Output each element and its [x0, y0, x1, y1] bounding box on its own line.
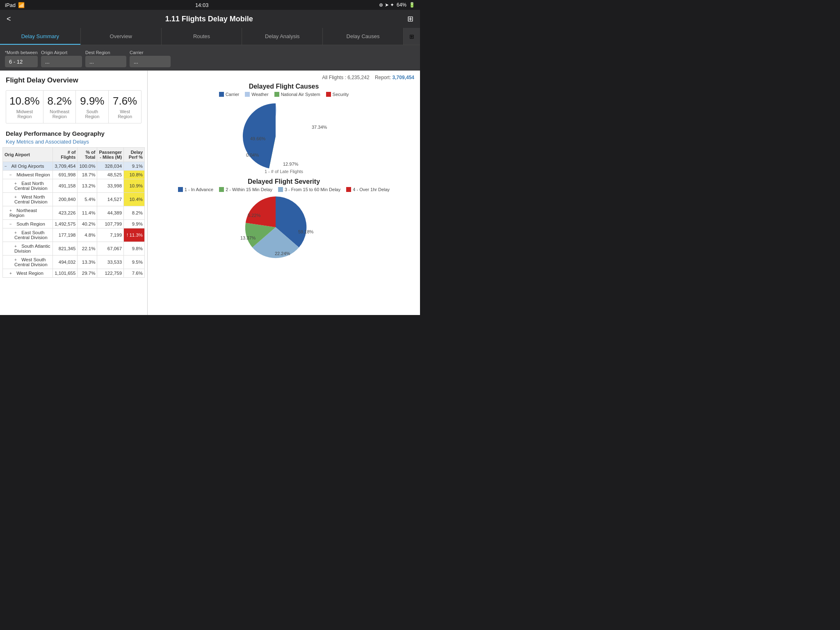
legend-in-advance-label: 1 - In Advance [185, 187, 213, 192]
grid-icon[interactable]: ⊞ [407, 14, 413, 23]
legend-60min: 3 - From 15 to 60 Min Delay [278, 187, 340, 192]
cell-pct: 13.2% [78, 179, 97, 193]
cell-pct: 5.4% [78, 193, 97, 206]
cell-flights: 1,492,575 [53, 220, 78, 228]
status-left: iPad 📶 [5, 2, 25, 8]
cell-miles: 33,533 [97, 256, 124, 269]
expand-icon[interactable]: + [14, 244, 20, 249]
cell-miles: 33,998 [97, 179, 124, 193]
filter-month-label: *Month between [5, 50, 38, 55]
legend-15min-dot [219, 187, 224, 192]
cell-flights: 1,101,655 [53, 269, 78, 278]
filter-dest: Dest Region ... [85, 50, 126, 67]
expand-icon[interactable]: − [9, 173, 15, 177]
report-value[interactable]: 3,709,454 [393, 75, 414, 80]
legend-15min-label: 2 - Within 15 Min Delay [226, 187, 272, 192]
filter-month-value[interactable]: 6 - 12 [5, 56, 38, 67]
legend-60min-dot [278, 187, 283, 192]
filter-origin-value[interactable]: ... [41, 56, 82, 67]
table-header-row: Orig Airport # of Flights % of Total Pas… [3, 148, 145, 162]
table-row[interactable]: − Midwest Region 691,998 18.7% 48,525 10… [3, 171, 145, 179]
table-row[interactable]: − South Region 1,492,575 40.2% 107,799 9… [3, 220, 145, 228]
table-row[interactable]: + East North Central Division 491,158 13… [3, 179, 145, 193]
legend-security-label: Security [333, 92, 349, 97]
status-time: 14:03 [195, 2, 209, 8]
tab-routes[interactable]: Routes [162, 28, 242, 45]
cell-airport: + Northeast Region [3, 206, 53, 220]
status-bar: iPad 📶 14:03 ⊕ ➤ ✦ 64% 🔋 [0, 0, 420, 10]
metric-west-label: West Region [112, 109, 138, 119]
table-row[interactable]: + East South Central Division 177,198 4.… [3, 228, 145, 242]
chart-causes-title: Delayed Flight Causes [153, 83, 414, 90]
cell-delay: 7.6% [124, 269, 145, 278]
legend-nas-dot [274, 92, 279, 97]
expand-icon[interactable]: + [14, 258, 20, 262]
cell-flights: 177,198 [53, 228, 78, 242]
filters-bar: *Month between 6 - 12 Origin Airport ...… [0, 45, 420, 71]
expand-icon[interactable]: + [9, 208, 15, 213]
left-panel: Flight Delay Overview 10.8% Midwest Regi… [0, 71, 148, 315]
expand-icon[interactable]: + [9, 271, 15, 276]
sev-label-over1hr: 5.22% [248, 213, 260, 218]
metric-west-value: 7.6% [112, 95, 138, 107]
filter-dest-label: Dest Region [85, 50, 126, 55]
cell-miles: 122,759 [97, 269, 124, 278]
expand-icon[interactable]: − [9, 222, 15, 226]
cell-miles: 14,527 [97, 193, 124, 206]
table-row[interactable]: + West Region 1,101,655 29.7% 122,759 7.… [3, 269, 145, 278]
cell-delay: ! 11.3% [124, 228, 145, 242]
chart-causes-legend: Carrier Weather National Air System Secu… [153, 92, 414, 97]
pie-label-carrier: 37.34% [312, 125, 327, 130]
data-table: Orig Airport # of Flights % of Total Pas… [2, 147, 145, 278]
metrics-row: 10.8% Midwest Region 8.2% Northeast Regi… [6, 90, 142, 123]
tab-delay-causes[interactable]: Delay Causes [323, 28, 404, 45]
cell-airport: + East North Central Division [3, 179, 53, 193]
legend-weather-dot [245, 92, 250, 97]
table-row[interactable]: + Northeast Region 423,226 11.4% 44,389 … [3, 206, 145, 220]
expand-icon[interactable]: + [14, 195, 20, 199]
filter-origin-label: Origin Airport [41, 50, 82, 55]
cell-miles: 48,525 [97, 171, 124, 179]
pie-label-weather: 49.66% [250, 136, 266, 141]
th-flights: # of Flights [53, 148, 78, 162]
tab-delay-summary[interactable]: Delay Summary [0, 28, 81, 45]
table-row[interactable]: + South Atlantic Division 821,345 22.1% … [3, 242, 145, 256]
cell-pct: 40.2% [78, 220, 97, 228]
expand-icon[interactable]: − [5, 164, 10, 169]
th-delay: Delay Perf % [124, 148, 145, 162]
metric-northeast: 8.2% Northeast Region [43, 91, 76, 123]
tab-grid-end[interactable]: ⊞ [404, 28, 420, 45]
table-row[interactable]: + West North Central Division 200,840 5.… [3, 193, 145, 206]
legend-carrier-label: Carrier [226, 92, 240, 97]
legend-security: Security [326, 92, 349, 97]
legend-weather: Weather [245, 92, 268, 97]
section-title: Delay Performance by Geography [0, 127, 147, 138]
table-row[interactable]: + West South Central Division 494,032 13… [3, 256, 145, 269]
pie-label-nas: 12.97% [283, 162, 299, 167]
legend-in-advance-dot [178, 187, 183, 192]
expand-icon[interactable]: + [14, 231, 20, 235]
filter-carrier-label: Carrier [130, 50, 171, 55]
section-link[interactable]: Key Metrics and Associated Delays [0, 138, 147, 147]
device-label: iPad [5, 2, 16, 8]
back-button[interactable]: < [7, 15, 11, 23]
th-airport: Orig Airport [3, 148, 53, 162]
battery-label: 64% [397, 2, 406, 8]
sev-label-60min: 22.24% [275, 251, 290, 256]
cell-pct: 13.3% [78, 256, 97, 269]
wifi-icon: 📶 [18, 2, 25, 8]
filter-carrier-value[interactable]: ... [130, 56, 171, 67]
legend-60min-label: 3 - From 15 to 60 Min Delay [285, 187, 340, 192]
cell-miles: 7,199 [97, 228, 124, 242]
expand-icon[interactable]: + [14, 181, 20, 186]
chart-severity-legend: 1 - In Advance 2 - Within 15 Min Delay 3… [153, 187, 414, 192]
legend-nas: National Air System [274, 92, 320, 97]
tab-delay-analysis[interactable]: Delay Analysis [242, 28, 323, 45]
table-row[interactable]: − All Orig Airports 3,709,454 100.0% 328… [3, 162, 145, 171]
pie-severity-container: 59.18% 22.24% 13.37% 5.22% [239, 194, 329, 260]
filter-dest-value[interactable]: ... [85, 56, 126, 67]
tab-overview[interactable]: Overview [81, 28, 162, 45]
main-content: Flight Delay Overview 10.8% Midwest Regi… [0, 71, 420, 315]
chart-causes: Delayed Flight Causes Carrier Weather Na… [153, 83, 414, 174]
cell-delay: 10.9% [124, 179, 145, 193]
